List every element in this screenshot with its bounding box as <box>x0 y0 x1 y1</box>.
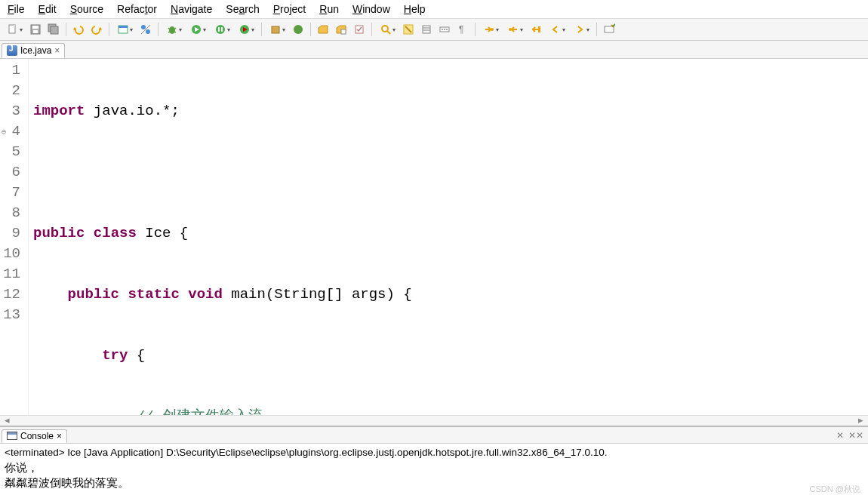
new-package-button[interactable]: ▾ <box>266 21 288 38</box>
menu-source[interactable]: Source <box>70 3 103 15</box>
svg-rect-6 <box>51 26 58 34</box>
menu-run[interactable]: Run <box>319 3 339 15</box>
separator <box>310 23 311 36</box>
svg-point-9 <box>141 25 146 29</box>
svg-point-38 <box>509 28 512 31</box>
svg-point-35 <box>446 29 448 30</box>
separator <box>66 23 66 36</box>
show-whitespace-button[interactable] <box>436 21 453 38</box>
override-marker-icon: ⊖ <box>2 122 6 143</box>
console-output-line: 粼粼碧波倒映我的落寞。 <box>5 475 863 490</box>
console-close-icon[interactable]: ✕ <box>836 430 844 441</box>
redo-button[interactable] <box>88 21 105 38</box>
separator <box>109 23 109 36</box>
svg-point-33 <box>442 29 443 30</box>
console-output-line: 你说， <box>5 460 863 475</box>
svg-rect-1 <box>14 25 15 27</box>
menu-project[interactable]: Project <box>273 3 306 15</box>
new-button[interactable]: ▾ <box>3 21 26 38</box>
code-content[interactable]: import java.io.*; public class Ice { pub… <box>29 59 726 415</box>
svg-line-15 <box>168 32 170 32</box>
prev-annotation-button[interactable]: ▾ <box>503 21 526 38</box>
svg-line-27 <box>387 31 390 34</box>
search-button[interactable]: ▾ <box>376 21 399 38</box>
svg-rect-40 <box>605 26 614 32</box>
svg-rect-3 <box>32 26 38 29</box>
toolbar: ▾ ▾ ▾ ▾ ▾ ▾ ▾ ▾ ¶ ▾ ▾ ▾ ▾ <box>0 19 868 41</box>
console-remove-all-icon[interactable]: ✕✕ <box>848 430 863 441</box>
open-type-button[interactable] <box>315 21 331 38</box>
toggle-mark-button[interactable] <box>400 21 417 38</box>
svg-point-26 <box>382 26 388 32</box>
editor[interactable]: ⊖ 1 2 3 4 5 6 7 8 9 10 11 12 13 import j… <box>0 59 868 415</box>
console-tab[interactable]: Console × <box>2 429 67 443</box>
menu-file[interactable]: File <box>8 3 25 15</box>
save-button[interactable] <box>27 21 44 38</box>
editor-tab-ice[interactable]: Ice.java × <box>2 43 65 58</box>
menu-edit[interactable]: Edit <box>38 3 57 15</box>
run-last-button[interactable]: ▾ <box>235 21 257 38</box>
console-icon <box>7 432 17 440</box>
svg-rect-29 <box>423 26 430 33</box>
new-class-button[interactable] <box>290 21 306 38</box>
close-icon[interactable]: × <box>57 431 62 441</box>
svg-rect-39 <box>538 26 540 32</box>
menu-search[interactable]: Search <box>226 3 259 15</box>
last-edit-button[interactable] <box>528 21 544 38</box>
console-tab-label: Console <box>20 431 54 441</box>
svg-point-37 <box>491 28 494 31</box>
run-button[interactable]: ▾ <box>186 21 209 38</box>
menu-window[interactable]: Window <box>352 3 390 15</box>
svg-line-16 <box>174 32 176 32</box>
separator <box>261 23 262 36</box>
show-para-button[interactable]: ¶ <box>454 21 471 38</box>
svg-point-18 <box>216 25 225 34</box>
svg-rect-19 <box>218 27 220 32</box>
svg-point-12 <box>169 26 175 34</box>
svg-rect-22 <box>272 26 279 33</box>
console-body[interactable]: <terminated> Ice [Java Application] D:\S… <box>0 444 868 498</box>
close-icon[interactable]: × <box>54 45 60 56</box>
svg-rect-4 <box>33 30 38 33</box>
console-tab-row: Console × ✕ ✕✕ <box>0 427 868 444</box>
skip-breakpoints-button[interactable] <box>137 21 154 38</box>
undo-button[interactable] <box>70 21 87 38</box>
open-task-button[interactable] <box>351 21 368 38</box>
line-gutter: ⊖ 1 2 3 4 5 6 7 8 9 10 11 12 13 <box>0 59 29 415</box>
save-all-button[interactable] <box>45 21 62 38</box>
console-pane: Console × ✕ ✕✕ <terminated> Ice [Java Ap… <box>0 426 868 498</box>
editor-tab-row: Ice.java × <box>0 41 868 59</box>
separator <box>371 23 372 36</box>
menu-help[interactable]: Help <box>404 3 426 15</box>
svg-rect-20 <box>221 27 223 32</box>
debug-button[interactable]: ▾ <box>162 21 185 38</box>
editor-hscrollbar[interactable] <box>0 415 868 426</box>
svg-text:¶: ¶ <box>459 24 463 35</box>
console-toolbar: ✕ ✕✕ <box>836 430 868 441</box>
svg-rect-8 <box>119 26 128 28</box>
separator <box>475 23 476 36</box>
open-folder-button[interactable] <box>333 21 349 38</box>
svg-point-34 <box>444 29 445 30</box>
pin-editor-button[interactable] <box>601 21 617 38</box>
next-annotation-button[interactable]: ▾ <box>479 21 502 38</box>
back-button[interactable]: ▾ <box>546 21 568 38</box>
menubar: File Edit Source Refactor Navigate Searc… <box>0 0 868 19</box>
svg-point-23 <box>294 25 303 34</box>
svg-point-10 <box>146 29 150 34</box>
menu-refactor[interactable]: Refactor <box>117 3 157 15</box>
separator <box>596 23 597 36</box>
coverage-button[interactable]: ▾ <box>211 21 233 38</box>
svg-rect-24 <box>341 29 346 34</box>
terminal-button[interactable]: ▾ <box>113 21 136 38</box>
console-status: <terminated> Ice [Java Application] D:\S… <box>5 445 863 460</box>
separator <box>158 23 159 36</box>
forward-button[interactable]: ▾ <box>570 21 593 38</box>
java-file-icon <box>7 45 17 56</box>
toggle-block-button[interactable] <box>418 21 435 38</box>
editor-tab-label: Ice.java <box>20 45 51 56</box>
watermark: CSDN @秋说 <box>810 484 860 495</box>
menu-navigate[interactable]: Navigate <box>171 3 212 15</box>
